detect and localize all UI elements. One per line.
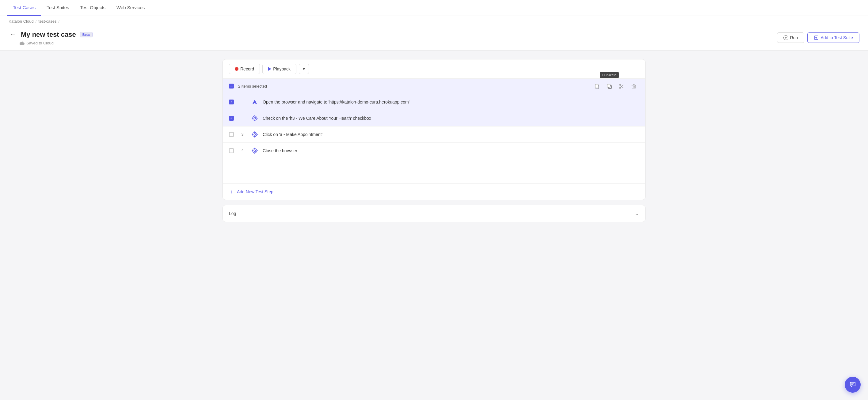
step-4-checkbox[interactable] xyxy=(229,148,234,153)
test-toolbar: Record Playback ▾ xyxy=(223,59,645,79)
record-dot-icon xyxy=(235,67,239,71)
add-to-test-suite-button[interactable]: Add to Test Suite xyxy=(807,32,860,43)
target-icon xyxy=(251,115,258,122)
step-2-checkbox[interactable]: ✓ xyxy=(229,116,234,121)
page-header-left: ← My new test case Beta Saved to Cloud xyxy=(8,30,93,45)
breadcrumb-katalon-cloud[interactable]: Katalon Cloud xyxy=(8,19,34,24)
svg-marker-1 xyxy=(785,37,787,39)
chevron-down-icon: ▾ xyxy=(303,66,305,71)
log-header[interactable]: Log ⌄ xyxy=(223,205,645,222)
delete-icon xyxy=(631,84,637,89)
back-button[interactable]: ← xyxy=(8,30,17,39)
test-case-card: Record Playback ▾ 2 items selected xyxy=(222,59,646,200)
top-navigation: Test Cases Test Suites Test Objects Web … xyxy=(0,0,868,16)
svg-point-15 xyxy=(253,116,257,120)
step-row: 4 Close the browser xyxy=(223,143,645,159)
run-button[interactable]: Run xyxy=(777,32,805,43)
step-4-number: 4 xyxy=(238,148,247,153)
breadcrumb: Katalon Cloud / test-cases / xyxy=(0,16,868,27)
copy-icon xyxy=(594,84,600,89)
breadcrumb-separator-1: / xyxy=(36,19,37,24)
step-1-label: Open the browser and navigate to 'https:… xyxy=(263,100,639,104)
svg-point-28 xyxy=(254,150,256,152)
navigate-icon xyxy=(251,99,258,105)
log-section: Log ⌄ xyxy=(222,205,646,222)
toolbar-dropdown-button[interactable]: ▾ xyxy=(299,64,309,74)
svg-rect-33 xyxy=(850,382,855,386)
target-icon xyxy=(251,147,258,154)
svg-rect-11 xyxy=(632,85,636,88)
checkmark-icon: ✓ xyxy=(230,100,233,103)
step-row: 3 Click on 'a - Make Appointment' xyxy=(223,127,645,143)
svg-point-27 xyxy=(253,148,257,153)
step-4-icon xyxy=(251,147,258,154)
copy-button[interactable] xyxy=(592,82,602,91)
step-1-checkbox[interactable]: ✓ xyxy=(229,100,234,104)
checkmark-icon: ✓ xyxy=(230,116,233,120)
playback-button[interactable]: Playback xyxy=(262,64,297,74)
cut-button[interactable] xyxy=(616,82,627,91)
indeterminate-icon xyxy=(230,86,232,87)
empty-space xyxy=(223,159,645,184)
saved-status: Saved to Cloud xyxy=(20,40,93,45)
log-title: Log xyxy=(229,211,236,216)
select-all-checkbox[interactable] xyxy=(229,84,234,89)
add-suite-icon xyxy=(814,35,819,40)
page-header: ← My new test case Beta Saved to Cloud R… xyxy=(0,27,868,51)
nav-test-suites[interactable]: Test Suites xyxy=(41,0,74,16)
selection-actions: Duplicate xyxy=(592,82,639,91)
step-3-checkbox[interactable] xyxy=(229,132,234,137)
svg-point-21 xyxy=(253,132,257,137)
breadcrumb-separator-2: / xyxy=(59,19,60,24)
add-new-test-step-button[interactable]: ＋ Add New Test Step xyxy=(223,184,645,200)
duplicate-tooltip-wrapper: Duplicate xyxy=(604,82,615,91)
beta-badge: Beta xyxy=(80,32,93,37)
step-3-icon xyxy=(251,131,258,138)
selection-header: 2 items selected Duplicate xyxy=(223,79,645,94)
step-2-icon xyxy=(251,114,258,122)
svg-point-22 xyxy=(254,134,256,135)
log-chevron-icon: ⌄ xyxy=(634,210,639,217)
breadcrumb-test-cases[interactable]: test-cases xyxy=(38,19,56,24)
step-2-label: Check on the 'h3 - We Care About Your He… xyxy=(263,116,639,121)
cut-icon xyxy=(619,84,624,89)
duplicate-button[interactable] xyxy=(604,82,615,91)
run-icon xyxy=(783,35,788,40)
record-button[interactable]: Record xyxy=(229,64,260,74)
page-title: My new test case xyxy=(21,31,76,39)
nav-test-cases[interactable]: Test Cases xyxy=(7,0,41,16)
step-1-icon xyxy=(251,98,258,106)
step-3-number: 3 xyxy=(238,132,247,137)
step-4-label: Close the browser xyxy=(263,148,639,153)
target-icon xyxy=(251,131,258,138)
step-row: ✓ Open the browser and navigate to 'http… xyxy=(223,94,645,110)
chat-fab-button[interactable] xyxy=(845,377,861,393)
nav-web-services[interactable]: Web Services xyxy=(111,0,150,16)
chat-icon xyxy=(849,381,856,388)
page-title-row: ← My new test case Beta xyxy=(8,30,93,39)
step-3-label: Click on 'a - Make Appointment' xyxy=(263,132,639,137)
delete-button[interactable] xyxy=(629,82,639,91)
playback-play-icon xyxy=(268,67,271,71)
cloud-icon xyxy=(20,40,25,45)
duplicate-icon xyxy=(607,84,612,89)
selection-count: 2 items selected xyxy=(238,84,588,89)
svg-rect-6 xyxy=(595,84,598,88)
step-list: 2 items selected Duplicate xyxy=(223,79,645,184)
svg-rect-8 xyxy=(607,84,610,87)
nav-test-objects[interactable]: Test Objects xyxy=(75,0,111,16)
plus-icon: ＋ xyxy=(229,188,235,195)
step-row: ✓ Check on the 'h3 - We Care About Your … xyxy=(223,110,645,127)
header-actions: Run Add to Test Suite xyxy=(777,32,860,43)
main-content: Record Playback ▾ 2 items selected xyxy=(0,51,868,400)
svg-point-16 xyxy=(254,117,256,119)
